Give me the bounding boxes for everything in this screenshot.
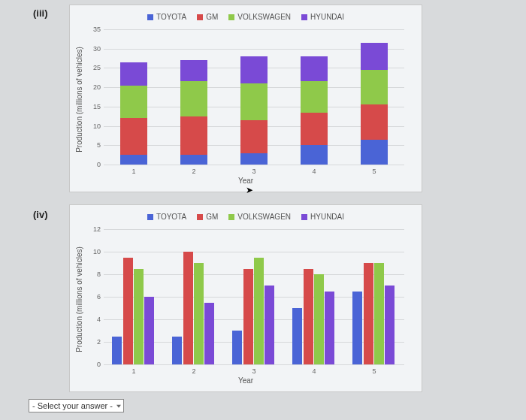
section-label-iv: (iv)	[33, 209, 48, 220]
legend-label-volkswagen: VOLKSWAGEN	[237, 213, 291, 221]
legend-item-toyota: TOYOTA	[147, 213, 186, 221]
bar-seg-gm	[301, 113, 328, 146]
xtick-label: 1	[132, 364, 135, 375]
ytick-label: 0	[97, 361, 104, 368]
legend-item-hyundai: HYUNDAI	[301, 213, 344, 221]
bar-seg-gm	[180, 116, 207, 155]
legend-iv: TOYOTAGMVOLKSWAGENHYUNDAI	[70, 205, 422, 221]
legend-label-hyundai: HYUNDAI	[310, 13, 344, 21]
legend-swatch-volkswagen	[228, 214, 234, 220]
answer-select[interactable]: - Select your answer -	[29, 399, 124, 412]
bar-volkswagen	[374, 263, 384, 364]
bar-volkswagen	[194, 263, 204, 364]
xtick-label: 1	[132, 165, 135, 175]
ylabel-iii: Production (millions of vehicles)	[75, 47, 83, 153]
legend-swatch-gm	[197, 214, 203, 220]
bar-gm	[183, 252, 193, 364]
legend-item-gm: GM	[197, 213, 218, 221]
legend-swatch-hyundai	[301, 14, 307, 20]
legend-label-gm: GM	[206, 213, 218, 221]
xtick-label: 3	[252, 165, 255, 175]
legend-item-hyundai: HYUNDAI	[301, 13, 344, 21]
bar-seg-toyota	[361, 140, 388, 165]
ytick-label: 6	[97, 293, 104, 301]
chart-panel-iv: TOYOTAGMVOLKSWAGENHYUNDAI Production (mi…	[69, 204, 422, 392]
ytick-label: 8	[97, 270, 104, 278]
ytick-label: 5	[97, 141, 104, 149]
xtick-label: 2	[192, 364, 195, 375]
xtick-label: 5	[372, 364, 376, 375]
xtick-label: 2	[192, 165, 195, 175]
bar-hyundai	[385, 286, 394, 364]
gridline	[104, 49, 404, 50]
xlabel-iv: Year	[238, 376, 253, 385]
bar-volkswagen	[314, 274, 324, 364]
bar-seg-volkswagen	[361, 70, 388, 104]
bar-hyundai	[204, 303, 214, 365]
bar-seg-toyota	[120, 155, 147, 165]
legend-swatch-gm	[197, 14, 203, 20]
legend-item-gm: GM	[197, 13, 218, 21]
legend-swatch-toyota	[147, 14, 153, 20]
bar-hyundai	[144, 297, 154, 364]
bar-seg-hyundai	[240, 56, 268, 83]
ytick-label: 35	[93, 26, 104, 33]
bar-toyota	[232, 331, 242, 364]
bar-hyundai	[325, 292, 334, 365]
gridline	[104, 29, 404, 30]
bar-hyundai	[265, 286, 274, 364]
bar-volkswagen	[254, 258, 264, 365]
legend-swatch-toyota	[147, 214, 153, 220]
legend-item-volkswagen: VOLKSWAGEN	[228, 13, 291, 21]
gridline	[104, 229, 404, 230]
bar-seg-hyundai	[301, 56, 328, 81]
bar-gm	[304, 269, 313, 365]
ytick-label: 20	[93, 83, 104, 91]
ytick-label: 0	[97, 161, 104, 168]
bar-seg-toyota	[301, 145, 328, 165]
bar-seg-volkswagen	[240, 83, 268, 120]
bar-gm	[243, 269, 253, 365]
legend-item-toyota: TOYOTA	[147, 13, 186, 21]
bar-seg-hyundai	[361, 43, 388, 70]
bar-seg-hyundai	[180, 60, 207, 81]
bar-seg-volkswagen	[120, 86, 147, 119]
bar-seg-toyota	[180, 155, 207, 165]
gridline	[104, 252, 404, 252]
ytick-label: 2	[97, 338, 104, 346]
legend-label-toyota: TOYOTA	[156, 213, 186, 221]
legend-label-toyota: TOYOTA	[156, 13, 186, 21]
bar-toyota	[172, 337, 182, 365]
plot-area-iii: 0510152025303512345	[104, 29, 404, 165]
bar-volkswagen	[134, 269, 144, 365]
xtick-label: 3	[252, 364, 255, 375]
plot-area-iv: 02468101212345	[104, 229, 404, 364]
bar-seg-gm	[120, 118, 147, 155]
legend-iii: TOYOTAGMVOLKSWAGENHYUNDAI	[70, 5, 422, 21]
bar-seg-toyota	[240, 153, 268, 165]
bar-toyota	[352, 292, 362, 365]
xtick-label: 5	[372, 165, 376, 175]
bar-toyota	[292, 308, 302, 364]
legend-swatch-hyundai	[301, 214, 307, 220]
ytick-label: 4	[97, 316, 104, 323]
bar-gm	[364, 263, 373, 364]
ytick-label: 25	[93, 64, 104, 71]
section-label-iii: (iii)	[33, 8, 48, 19]
bar-seg-volkswagen	[180, 81, 207, 116]
bar-seg-gm	[361, 104, 388, 139]
bar-seg-gm	[240, 120, 268, 153]
legend-swatch-volkswagen	[228, 14, 234, 20]
bar-seg-hyundai	[120, 62, 147, 86]
bar-toyota	[112, 337, 122, 365]
ytick-label: 12	[93, 225, 104, 233]
xtick-label: 4	[312, 364, 316, 375]
legend-label-volkswagen: VOLKSWAGEN	[237, 13, 291, 21]
bar-seg-volkswagen	[301, 81, 328, 112]
ytick-label: 30	[93, 45, 104, 53]
ytick-label: 10	[93, 122, 104, 130]
legend-label-hyundai: HYUNDAI	[310, 213, 344, 221]
xlabel-iii: Year	[238, 177, 253, 185]
xtick-label: 4	[312, 165, 316, 175]
ylabel-iv: Production (millions of vehicles)	[75, 246, 83, 352]
